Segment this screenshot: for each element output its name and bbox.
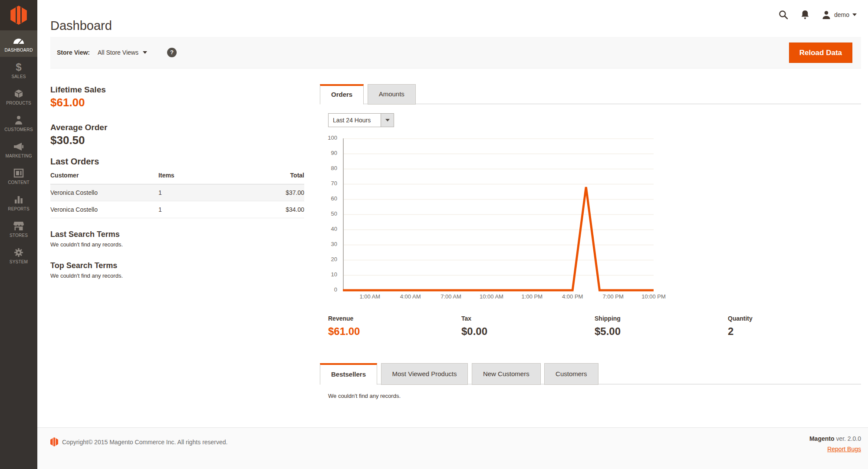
store-view-label: Store View: bbox=[57, 49, 90, 56]
sidebar-item-label: CONTENT bbox=[8, 180, 30, 185]
bestsellers-empty-text: We couldn't find any records. bbox=[328, 393, 401, 399]
orders-amounts-tabs: Orders Amounts bbox=[320, 84, 861, 104]
sidebar-item-products[interactable]: PRODUCTS bbox=[0, 83, 37, 110]
footer-version: ver. 2.0.0 bbox=[836, 435, 861, 442]
y-axis-tick-label: 90 bbox=[324, 150, 337, 156]
y-axis-tick-label: 10 bbox=[324, 271, 337, 278]
cell-items: 1 bbox=[158, 201, 262, 218]
help-icon[interactable]: ? bbox=[167, 48, 177, 57]
box-icon bbox=[13, 88, 24, 99]
footer-version-block: Magento ver. 2.0.0 Report Bugs bbox=[809, 435, 861, 453]
sidebar-item-stores[interactable]: STORES bbox=[0, 216, 37, 242]
chevron-down-icon bbox=[143, 51, 147, 54]
magento-logo-icon bbox=[10, 6, 27, 25]
cell-customer: Veronica Costello bbox=[50, 201, 158, 218]
chart-range-select[interactable]: Last 24 Hours bbox=[328, 113, 394, 127]
sidebar-item-label: SALES bbox=[11, 74, 26, 79]
y-axis-tick-label: 70 bbox=[324, 180, 337, 187]
stat-quantity: Quantity 2 bbox=[728, 315, 854, 338]
sidebar-item-content[interactable]: CONTENT bbox=[0, 163, 37, 189]
select-caret-button[interactable] bbox=[381, 114, 394, 127]
sidebar-item-sales[interactable]: $ SALES bbox=[0, 57, 37, 83]
reload-data-button[interactable]: Reload Data bbox=[789, 43, 852, 63]
user-avatar-icon bbox=[822, 10, 831, 20]
magento-logo[interactable] bbox=[0, 0, 37, 30]
stat-label: Tax bbox=[461, 315, 587, 322]
storefront-icon bbox=[13, 220, 24, 232]
stat-label: Shipping bbox=[595, 315, 720, 322]
y-axis-tick-label: 100 bbox=[324, 134, 337, 141]
table-row[interactable]: Veronica Costello 1 $34.00 bbox=[50, 201, 304, 218]
sidebar-item-label: SYSTEM bbox=[10, 259, 28, 264]
sidebar-item-label: DASHBOARD bbox=[4, 48, 33, 52]
y-axis-tick-label: 0 bbox=[324, 286, 337, 293]
sidebar-item-system[interactable]: SYSTEM bbox=[0, 242, 37, 269]
copyright-text: Copyright© 2015 Magento Commerce Inc. Al… bbox=[62, 439, 228, 446]
svg-text:$: $ bbox=[16, 62, 22, 73]
sidebar-item-dashboard[interactable]: DASHBOARD bbox=[0, 30, 37, 57]
stat-value: $0.00 bbox=[461, 325, 587, 338]
user-menu[interactable]: demo bbox=[822, 10, 857, 20]
y-axis-tick-label: 60 bbox=[324, 195, 337, 202]
stat-shipping: Shipping $5.00 bbox=[595, 315, 720, 338]
tab-most-viewed-products[interactable]: Most Viewed Products bbox=[381, 363, 468, 385]
x-axis-tick-label: 7:00 AM bbox=[431, 293, 470, 300]
stat-value: 2 bbox=[728, 325, 854, 338]
stat-revenue: Revenue $61.00 bbox=[328, 315, 454, 338]
table-header-row: Customer Items Total bbox=[50, 172, 304, 184]
user-name: demo bbox=[834, 11, 849, 18]
lifetime-sales-value: $61.00 bbox=[50, 96, 85, 109]
gear-icon bbox=[13, 247, 24, 258]
megaphone-icon bbox=[13, 141, 24, 152]
sidebar-item-reports[interactable]: REPORTS bbox=[0, 189, 37, 216]
page-title: Dashboard bbox=[50, 19, 112, 33]
sidebar: DASHBOARD $ SALES PRODUCTS CUSTOMERS bbox=[0, 0, 37, 469]
page-layout-icon bbox=[13, 167, 24, 179]
col-total: Total bbox=[262, 172, 304, 184]
chevron-down-icon bbox=[385, 119, 390, 121]
average-order-heading: Average Order bbox=[50, 123, 107, 132]
x-axis-tick-label: 7:00 PM bbox=[594, 293, 633, 300]
table-row[interactable]: Veronica Costello 1 $37.00 bbox=[50, 184, 304, 201]
x-axis-tick-label: 10:00 PM bbox=[634, 293, 673, 300]
report-bugs-link[interactable]: Report Bugs bbox=[827, 446, 861, 453]
footer: Copyright© 2015 Magento Commerce Inc. Al… bbox=[37, 427, 868, 469]
cell-customer: Veronica Costello bbox=[50, 184, 158, 201]
stat-value: $61.00 bbox=[328, 325, 454, 338]
cell-items: 1 bbox=[158, 184, 262, 201]
store-view-toolbar: Store View: All Store Views ? Reload Dat… bbox=[50, 37, 861, 69]
dollar-icon: $ bbox=[13, 62, 24, 73]
stat-label: Quantity bbox=[728, 315, 854, 322]
tab-orders[interactable]: Orders bbox=[320, 84, 364, 105]
magento-footer-logo-icon bbox=[50, 437, 58, 446]
col-customer: Customer bbox=[50, 172, 158, 184]
sidebar-item-customers[interactable]: CUSTOMERS bbox=[0, 110, 37, 136]
tab-amounts[interactable]: Amounts bbox=[368, 84, 416, 105]
tab-customers[interactable]: Customers bbox=[544, 363, 598, 385]
bar-chart-icon bbox=[14, 194, 23, 205]
x-axis-tick-label: 4:00 AM bbox=[391, 293, 430, 300]
tab-new-customers[interactable]: New Customers bbox=[472, 363, 541, 385]
cell-total: $37.00 bbox=[262, 184, 304, 201]
col-items: Items bbox=[158, 172, 262, 184]
x-axis-tick-label: 4:00 PM bbox=[553, 293, 592, 300]
last-orders-table: Customer Items Total Veronica Costello 1… bbox=[50, 172, 304, 218]
dashboard-icon bbox=[13, 35, 24, 46]
header-actions: demo bbox=[778, 10, 857, 20]
last-orders-heading: Last Orders bbox=[50, 157, 99, 167]
magento-admin-dashboard: DASHBOARD $ SALES PRODUCTS CUSTOMERS bbox=[0, 0, 868, 469]
notifications-bell-icon[interactable] bbox=[800, 10, 810, 20]
top-search-terms-heading: Top Search Terms bbox=[50, 261, 117, 270]
sidebar-item-label: MARKETING bbox=[5, 154, 32, 158]
stat-tax: Tax $0.00 bbox=[461, 315, 587, 338]
stat-value: $5.00 bbox=[595, 325, 720, 338]
person-icon bbox=[14, 115, 23, 126]
tab-bestsellers[interactable]: Bestsellers bbox=[320, 363, 377, 385]
stat-label: Revenue bbox=[328, 315, 454, 322]
search-icon[interactable] bbox=[778, 10, 789, 20]
store-view-selector[interactable]: All Store Views bbox=[98, 49, 147, 56]
x-axis-tick-label: 1:00 AM bbox=[350, 293, 389, 300]
last-search-terms-heading: Last Search Terms bbox=[50, 230, 120, 239]
y-axis-tick-label: 80 bbox=[324, 165, 337, 171]
sidebar-item-marketing[interactable]: MARKETING bbox=[0, 136, 37, 163]
